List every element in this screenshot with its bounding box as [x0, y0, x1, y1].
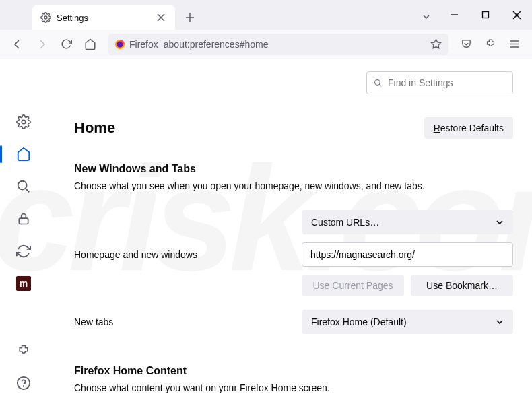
new-tab-button[interactable]	[180, 8, 199, 27]
newtabs-label: New tabs	[74, 316, 290, 327]
select-value: Custom URLs…	[311, 217, 379, 228]
bookmark-star-icon[interactable]	[430, 38, 442, 50]
sidebar: m	[0, 59, 47, 404]
gear-icon	[40, 12, 51, 23]
newtabs-select[interactable]: Firefox Home (Default)	[302, 310, 513, 334]
close-icon[interactable]	[155, 11, 167, 24]
main-content: Home RRestore Defaultsestore Defaults Ne…	[47, 59, 532, 404]
url-identity-label: Firefox	[129, 39, 158, 50]
use-bookmark-button[interactable]: Use Bookmark…	[411, 275, 513, 296]
browser-tab[interactable]: Settings	[32, 5, 175, 30]
pocket-button[interactable]	[455, 34, 477, 55]
url-bar[interactable]: Firefox about:preferences#home	[108, 34, 448, 55]
search-input[interactable]	[388, 77, 506, 88]
homepage-mode-select[interactable]: Custom URLs…	[302, 210, 513, 234]
svg-rect-7	[19, 218, 28, 224]
titlebar: Settings	[0, 0, 532, 30]
forward-button[interactable]	[31, 34, 53, 55]
sidebar-sync-icon[interactable]	[15, 242, 32, 260]
use-current-pages-button[interactable]: Use Current Pages	[302, 275, 404, 296]
chevron-down-icon	[496, 318, 504, 326]
sidebar-privacy-icon[interactable]	[15, 210, 32, 228]
svg-point-10	[375, 79, 380, 85]
tabs-overflow-button[interactable]	[413, 12, 439, 22]
svg-point-5	[22, 120, 26, 124]
minimize-button[interactable]	[439, 0, 470, 30]
page-title: Home	[74, 119, 115, 137]
identity-box[interactable]: Firefox	[114, 39, 158, 50]
sidebar-search-icon[interactable]	[15, 178, 32, 195]
firefox-logo-icon	[114, 39, 125, 50]
svg-marker-4	[431, 39, 440, 48]
search-icon	[374, 78, 383, 88]
svg-rect-1	[483, 12, 489, 18]
settings-search-box[interactable]	[366, 71, 513, 94]
toolbar: Firefox about:preferences#home	[0, 30, 532, 59]
section-desc: Choose what you see when you open your h…	[74, 180, 513, 191]
restore-defaults-button[interactable]: RRestore Defaultsestore Defaults	[424, 117, 513, 139]
url-text: about:preferences#home	[164, 39, 269, 50]
section-title-home-content: Firefox Home Content	[74, 365, 513, 377]
home-button[interactable]	[79, 34, 101, 55]
close-window-button[interactable]	[501, 0, 532, 30]
select-value: Firefox Home (Default)	[311, 316, 407, 327]
chevron-down-icon	[496, 218, 504, 226]
tab-title: Settings	[57, 13, 149, 23]
extensions-button[interactable]	[479, 34, 501, 55]
svg-point-6	[18, 181, 27, 190]
section-title-new-windows: New Windows and Tabs	[74, 163, 513, 175]
section-desc: Choose what content you want on your Fir…	[74, 382, 513, 393]
reload-button[interactable]	[55, 34, 77, 55]
sidebar-help-icon[interactable]	[15, 374, 32, 392]
sidebar-extensions-icon[interactable]	[15, 342, 32, 360]
homepage-label: Homepage and new windows	[74, 249, 290, 260]
sidebar-more-icon[interactable]: m	[15, 275, 32, 292]
svg-point-9	[24, 386, 24, 386]
back-button[interactable]	[7, 34, 28, 55]
maximize-button[interactable]	[470, 0, 501, 30]
svg-point-0	[44, 16, 47, 19]
menu-button[interactable]	[504, 34, 525, 55]
sidebar-general-icon[interactable]	[15, 113, 32, 131]
sidebar-home-icon[interactable]	[15, 145, 32, 163]
homepage-url-input[interactable]	[302, 242, 513, 267]
